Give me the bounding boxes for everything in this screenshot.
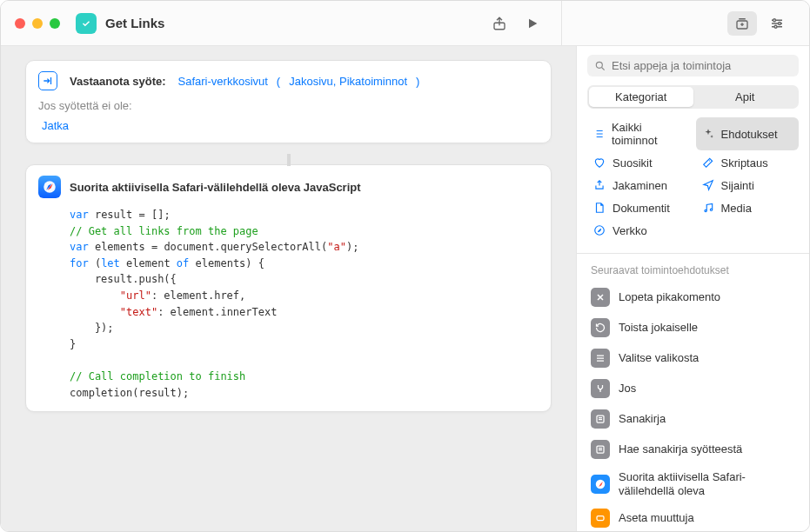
var-icon xyxy=(591,509,610,528)
suggestion-item[interactable]: Jos xyxy=(584,374,802,403)
sparkle-icon xyxy=(701,127,715,141)
suggestion-label: Aseta muuttuja xyxy=(619,511,694,525)
share-icon xyxy=(592,178,606,192)
category-location[interactable]: Sijainti xyxy=(696,175,800,196)
suggestion-label: Valitse valikosta xyxy=(619,351,699,365)
workflow-canvas[interactable]: Vastaanota syöte: Safari-verkkosivut ( J… xyxy=(1,46,576,531)
list-icon xyxy=(591,440,610,459)
sidebar-divider xyxy=(577,253,809,254)
svg-point-3 xyxy=(779,22,781,24)
search-field[interactable] xyxy=(587,55,799,76)
input-type-token[interactable]: Safari-verkkosivut xyxy=(175,73,271,90)
category-scripting[interactable]: Skriptaus xyxy=(696,152,800,173)
category-media[interactable]: Media xyxy=(696,197,800,218)
suggestion-label: Toista jokaiselle xyxy=(619,321,698,335)
search-input[interactable] xyxy=(612,59,792,72)
svg-point-2 xyxy=(773,18,776,21)
safari-icon xyxy=(591,475,610,494)
document-icon xyxy=(592,201,606,215)
category-web[interactable]: Verkko xyxy=(587,220,691,241)
close-window-button[interactable] xyxy=(15,18,25,29)
suggestion-item[interactable]: Valitse valikosta xyxy=(584,343,802,373)
location-icon xyxy=(701,178,715,192)
suggestion-label: Sanakirja xyxy=(619,412,666,426)
input-block[interactable]: Vastaanota syöte: Safari-verkkosivut ( J… xyxy=(25,60,552,143)
close-paren: ) xyxy=(414,75,421,88)
svg-point-7 xyxy=(704,209,706,211)
list-icon xyxy=(592,127,606,141)
window-controls xyxy=(15,18,60,29)
x-icon xyxy=(591,288,610,307)
suggestion-item[interactable]: Lopeta pikakomento xyxy=(584,283,802,312)
run-button[interactable] xyxy=(518,11,547,36)
tab-categories[interactable]: Kategoriat xyxy=(589,87,693,107)
suggestion-item[interactable]: Suorita aktiivisella Safari-välilehdellä… xyxy=(584,465,802,502)
heart-icon xyxy=(592,156,606,170)
suggestion-label: Jos xyxy=(619,382,636,396)
branch-icon xyxy=(591,379,610,398)
minimize-window-button[interactable] xyxy=(32,18,43,29)
suggestion-item[interactable]: Aseta muuttuja xyxy=(584,503,802,531)
category-grid: Kaikki toiminnot Ehdotukset Suosikit Skr… xyxy=(577,117,809,249)
action-title: Suorita aktiivisella Safari-välilehdellä… xyxy=(70,181,361,194)
tab-apps[interactable]: Apit xyxy=(693,87,798,107)
category-suggestions[interactable]: Ehdotukset xyxy=(696,117,800,150)
safari-icon xyxy=(38,176,61,198)
category-all-actions[interactable]: Kaikki toiminnot xyxy=(587,117,691,150)
input-sources-token[interactable]: Jakosivu, Pikatoiminnot xyxy=(285,73,411,90)
titlebar: Get Links xyxy=(1,1,809,46)
receive-input-label: Vastaanota syöte: xyxy=(70,75,166,88)
menu-icon xyxy=(591,349,610,368)
shortcut-app-icon xyxy=(76,13,97,34)
svg-point-6 xyxy=(596,62,602,68)
suggestion-item[interactable]: Hae sanakirja syötteestä xyxy=(584,435,802,464)
library-segmented-control[interactable]: Kategoriat Apit xyxy=(587,85,799,109)
safari-icon xyxy=(592,223,606,237)
suggestions-header: Seuraavat toimintoehdotukset xyxy=(577,257,809,282)
open-paren: ( xyxy=(275,75,282,88)
suggestion-label: Lopeta pikakomento xyxy=(619,290,720,304)
settings-toggle-button[interactable] xyxy=(762,11,792,36)
search-icon xyxy=(594,60,606,72)
loop-icon xyxy=(591,318,610,337)
library-sidebar: Kategoriat Apit Kaikki toiminnot Ehdotuk… xyxy=(576,46,809,531)
javascript-action-block[interactable]: Suorita aktiivisella Safari-välilehdellä… xyxy=(25,164,552,412)
suggestion-label: Suorita aktiivisella Safari-välilehdellä… xyxy=(619,470,795,497)
window-title: Get Links xyxy=(105,16,164,30)
share-button[interactable] xyxy=(485,11,514,36)
category-sharing[interactable]: Jakaminen xyxy=(587,175,691,196)
suggestion-item[interactable]: Sanakirja xyxy=(584,404,802,434)
app-window: Get Links Vastaanota syöte: xyxy=(0,0,810,532)
svg-point-8 xyxy=(710,209,712,210)
music-icon xyxy=(701,201,715,215)
svg-rect-13 xyxy=(597,516,604,521)
suggestion-label: Hae sanakirja syötteestä xyxy=(619,442,742,456)
suggestions-list: Lopeta pikakomentoToista jokaiselleValit… xyxy=(577,282,809,531)
suggestion-item[interactable]: Toista jokaiselle xyxy=(584,313,802,342)
wand-icon xyxy=(701,156,715,170)
no-input-action-token[interactable]: Jatka xyxy=(38,117,72,134)
input-icon xyxy=(38,71,57,90)
category-favorites[interactable]: Suosikit xyxy=(587,152,691,173)
no-input-label: Jos syötettä ei ole: xyxy=(26,96,551,114)
category-documents[interactable]: Dokumentit xyxy=(587,197,691,218)
list-icon xyxy=(591,409,610,429)
zoom-window-button[interactable] xyxy=(50,18,60,29)
library-button[interactable] xyxy=(727,11,757,36)
code-editor[interactable]: var result = []; // Get all links from t… xyxy=(38,207,539,401)
svg-point-4 xyxy=(774,25,777,28)
